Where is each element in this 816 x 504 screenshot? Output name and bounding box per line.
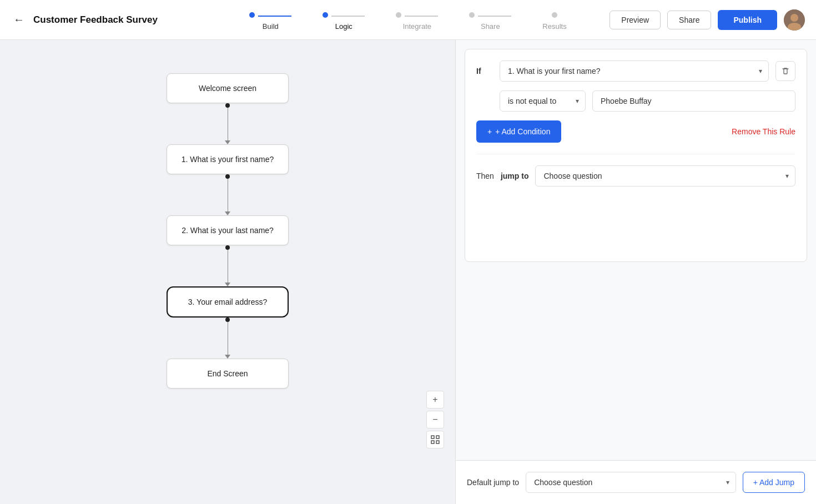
svg-rect-5: [431, 441, 434, 443]
jump-to-select[interactable]: Choose question Welcome screen 1. What i…: [535, 165, 795, 187]
trash-icon: [781, 67, 790, 75]
tab-results[interactable]: Results: [527, 12, 582, 31]
connector-2: [225, 174, 230, 215]
operator-select[interactable]: is not equal to is equal to contains doe…: [500, 90, 586, 112]
plus-icon: +: [487, 127, 492, 136]
node-end[interactable]: End Screen: [167, 359, 289, 389]
if-row: If 1. What is your first name? 2. What i…: [476, 61, 795, 82]
default-jump-select[interactable]: Choose question Welcome screen 1. What i…: [526, 472, 736, 493]
nav-tabs: Build Logic Integrate: [234, 9, 582, 31]
header-left: ← Customer Feedback Survey: [11, 11, 234, 28]
add-remove-row: + + Add Condition Remove This Rule: [476, 120, 795, 143]
action-row: Then jump to Choose question Welcome scr…: [476, 154, 795, 187]
connector-1: [225, 103, 230, 144]
remove-rule-button[interactable]: Remove This Rule: [732, 127, 795, 136]
preview-button[interactable]: Preview: [610, 11, 661, 29]
header-right: Preview Share Publish: [582, 9, 805, 31]
avatar[interactable]: [784, 9, 805, 31]
zoom-in-button[interactable]: +: [426, 391, 444, 409]
survey-title: Customer Feedback Survey: [33, 14, 158, 26]
tab-logic[interactable]: Logic: [307, 12, 380, 31]
add-condition-button[interactable]: + + Add Condition: [476, 120, 561, 143]
node-welcome[interactable]: Welcome screen: [167, 73, 289, 103]
share-button[interactable]: Share: [667, 11, 711, 29]
condition-value-input[interactable]: [592, 90, 795, 112]
node-q1[interactable]: 1. What is your first name?: [167, 144, 289, 174]
condition-field-select[interactable]: 1. What is your first name? 2. What is y…: [500, 61, 769, 82]
main-layout: Welcome screen 1. What is your first nam…: [0, 40, 816, 504]
header: ← Customer Feedback Survey Build: [0, 0, 816, 40]
flow-container: Welcome screen 1. What is your first nam…: [167, 73, 289, 389]
if-label: If: [476, 67, 493, 75]
svg-rect-3: [431, 436, 434, 439]
zoom-controls: + −: [426, 391, 444, 448]
fit-view-button[interactable]: [426, 431, 444, 448]
zoom-out-button[interactable]: −: [426, 411, 444, 429]
fit-icon: [431, 435, 440, 444]
jump-to-label: jump to: [501, 172, 529, 180]
tab-build[interactable]: Build: [234, 12, 307, 31]
default-jump-label: Default jump to: [467, 478, 519, 487]
condition-row: is not equal to is equal to contains doe…: [500, 90, 795, 112]
svg-rect-6: [436, 441, 439, 443]
back-button[interactable]: ←: [11, 11, 27, 28]
add-jump-button[interactable]: + Add Jump: [743, 472, 805, 493]
tab-integrate[interactable]: Integrate: [380, 12, 454, 31]
publish-button[interactable]: Publish: [718, 10, 777, 30]
flow-canvas[interactable]: Welcome screen 1. What is your first nam…: [0, 40, 455, 504]
then-label: Then: [476, 172, 494, 180]
node-q3[interactable]: 3. Your email address?: [167, 286, 289, 317]
default-jump-footer: Default jump to Choose question Welcome …: [456, 460, 816, 504]
tab-share[interactable]: Share: [454, 12, 527, 31]
node-q2[interactable]: 2. What is your last name?: [167, 215, 289, 245]
operator-wrapper: is not equal to is equal to contains doe…: [500, 90, 586, 112]
action-row-inner: Then jump to Choose question Welcome scr…: [476, 165, 795, 187]
svg-point-1: [790, 14, 798, 22]
jump-to-wrapper: Choose question Welcome screen 1. What i…: [535, 165, 795, 187]
default-jump-wrapper: Choose question Welcome screen 1. What i…: [526, 472, 736, 493]
delete-rule-button[interactable]: [775, 61, 795, 81]
condition-field-wrapper: 1. What is your first name? 2. What is y…: [500, 61, 769, 82]
rule-panel: If 1. What is your first name? 2. What i…: [465, 49, 807, 262]
connector-3: [225, 245, 230, 286]
svg-rect-4: [436, 436, 439, 439]
connector-4: [225, 317, 230, 359]
right-panel: If 1. What is your first name? 2. What i…: [455, 40, 816, 504]
panel-spacer: [456, 271, 816, 461]
